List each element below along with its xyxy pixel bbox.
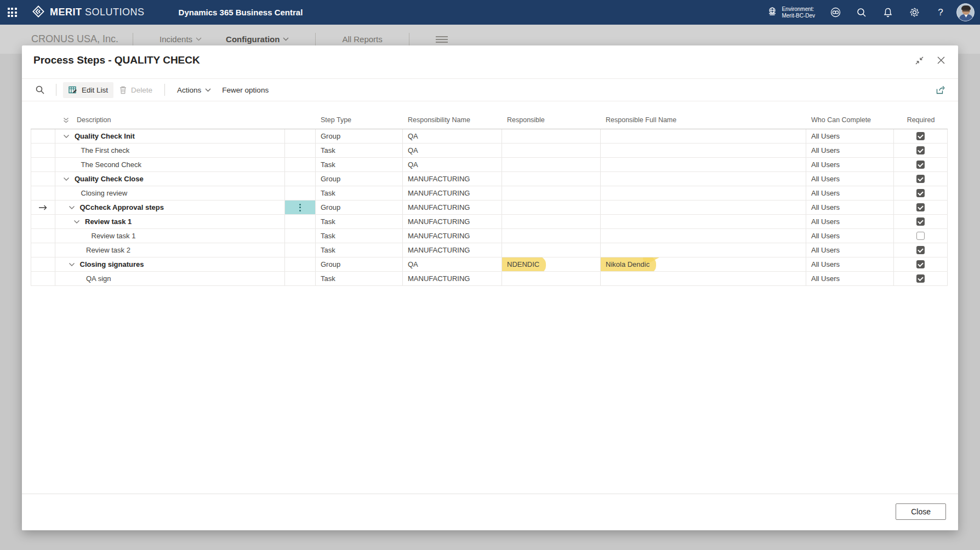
- row-selector-cell[interactable]: [31, 200, 55, 214]
- row-options-cell[interactable]: [285, 129, 316, 143]
- row-options-cell[interactable]: [285, 272, 316, 285]
- chevron-down-icon[interactable]: [73, 220, 80, 224]
- responsible-full-name-cell[interactable]: [601, 243, 806, 257]
- required-checkbox-checked[interactable]: [916, 246, 925, 254]
- nav-item-incidents[interactable]: Incidents: [159, 35, 202, 44]
- step-type-cell[interactable]: Group: [316, 172, 403, 186]
- row-selector-cell[interactable]: [31, 272, 55, 285]
- column-header-who-can-complete[interactable]: Who Can Complete: [806, 116, 894, 129]
- responsibility-name-cell[interactable]: QA: [403, 129, 502, 143]
- chevron-down-icon[interactable]: [69, 205, 75, 210]
- edit-list-button[interactable]: Edit List: [63, 82, 113, 98]
- responsible-cell[interactable]: [502, 272, 601, 285]
- row-options-cell[interactable]: [285, 186, 316, 200]
- more-menu-icon[interactable]: [436, 35, 448, 44]
- row-options-cell[interactable]: [285, 257, 316, 271]
- responsibility-name-cell[interactable]: QA: [403, 144, 502, 157]
- responsible-cell[interactable]: [502, 243, 601, 257]
- nav-item-all-reports[interactable]: All Reports: [342, 35, 382, 44]
- description-cell[interactable]: The First check: [55, 144, 285, 157]
- row-selector-cell[interactable]: [31, 215, 55, 228]
- app-launcher-waffle-icon[interactable]: [0, 0, 24, 25]
- responsible-cell[interactable]: [502, 215, 601, 228]
- column-header-responsible-full-name[interactable]: Responsible Full Name: [601, 116, 806, 129]
- table-row[interactable]: Closing signaturesGroupQANDENDICNikola D…: [31, 257, 948, 272]
- required-checkbox-checked[interactable]: [916, 146, 925, 154]
- row-options-cell[interactable]: [285, 229, 316, 243]
- help-icon[interactable]: ?: [930, 2, 951, 23]
- required-cell[interactable]: [894, 229, 948, 243]
- row-selector-cell[interactable]: [31, 158, 55, 171]
- who-can-complete-cell[interactable]: All Users: [806, 186, 894, 200]
- responsible-cell[interactable]: [502, 200, 601, 214]
- responsible-cell[interactable]: [502, 186, 601, 200]
- who-can-complete-cell[interactable]: All Users: [806, 229, 894, 243]
- company-name[interactable]: CRONUS USA, Inc.: [31, 33, 118, 45]
- settings-gear-icon[interactable]: [904, 2, 925, 23]
- row-selector-cell[interactable]: [31, 144, 55, 157]
- table-row[interactable]: Quality Check InitGroupQAAll Users: [31, 129, 948, 144]
- step-type-cell[interactable]: Task: [316, 272, 403, 285]
- actions-menu-button[interactable]: Actions: [172, 83, 216, 98]
- required-cell[interactable]: [894, 172, 948, 186]
- responsibility-name-cell[interactable]: MANUFACTURING: [403, 186, 502, 200]
- restore-window-icon[interactable]: [912, 53, 926, 67]
- delete-button[interactable]: Delete: [113, 82, 158, 98]
- table-row[interactable]: Review task 2TaskMANUFACTURINGAll Users: [31, 243, 948, 257]
- responsibility-name-cell[interactable]: MANUFACTURING: [403, 272, 502, 285]
- who-can-complete-cell[interactable]: All Users: [806, 129, 894, 143]
- required-checkbox-checked[interactable]: [916, 189, 925, 197]
- search-list-icon[interactable]: [31, 82, 49, 98]
- required-checkbox-checked[interactable]: [916, 260, 925, 268]
- row-more-options-icon[interactable]: [299, 204, 301, 211]
- step-type-cell[interactable]: Group: [316, 257, 403, 271]
- description-cell[interactable]: Review task 1: [55, 229, 285, 243]
- required-checkbox-unchecked[interactable]: [916, 232, 925, 240]
- row-options-cell[interactable]: [285, 215, 316, 228]
- required-cell[interactable]: [894, 144, 948, 157]
- notifications-bell-icon[interactable]: [878, 2, 898, 23]
- app-title[interactable]: Dynamics 365 Business Central: [179, 8, 303, 17]
- required-checkbox-checked[interactable]: [916, 132, 925, 140]
- responsible-full-name-cell[interactable]: [601, 158, 806, 171]
- who-can-complete-cell[interactable]: All Users: [806, 158, 894, 171]
- column-header-responsible[interactable]: Responsible: [502, 116, 601, 129]
- row-options-cell[interactable]: [285, 243, 316, 257]
- environment-badge[interactable]: Environment: Merit-BC-Dev: [767, 6, 815, 19]
- table-row[interactable]: The Second CheckTaskQAAll Users: [31, 158, 948, 172]
- table-row[interactable]: Closing reviewTaskMANUFACTURINGAll Users: [31, 186, 948, 200]
- row-selector-cell[interactable]: [31, 186, 55, 200]
- table-row[interactable]: QCcheck Approval stepsGroupMANUFACTURING…: [31, 200, 948, 215]
- responsible-full-name-cell[interactable]: Nikola Dendic: [601, 257, 806, 271]
- required-cell[interactable]: [894, 243, 948, 257]
- row-selector-cell[interactable]: [31, 172, 55, 186]
- required-checkbox-checked[interactable]: [916, 203, 925, 211]
- responsible-cell[interactable]: [502, 172, 601, 186]
- column-header-step-type[interactable]: Step Type: [316, 116, 403, 129]
- description-cell[interactable]: Quality Check Close: [55, 172, 285, 186]
- step-type-cell[interactable]: Group: [316, 129, 403, 143]
- step-type-cell[interactable]: Task: [316, 215, 403, 228]
- responsible-full-name-cell[interactable]: [601, 229, 806, 243]
- who-can-complete-cell[interactable]: All Users: [806, 144, 894, 157]
- responsibility-name-cell[interactable]: QA: [403, 257, 502, 271]
- responsibility-name-cell[interactable]: QA: [403, 158, 502, 171]
- step-type-cell[interactable]: Task: [316, 186, 403, 200]
- user-avatar[interactable]: [956, 3, 975, 21]
- responsible-cell[interactable]: [502, 229, 601, 243]
- who-can-complete-cell[interactable]: All Users: [806, 243, 894, 257]
- step-type-cell[interactable]: Task: [316, 144, 403, 157]
- close-button[interactable]: Close: [896, 503, 946, 520]
- description-cell[interactable]: Review task 2: [55, 243, 285, 257]
- who-can-complete-cell[interactable]: All Users: [806, 272, 894, 285]
- description-cell[interactable]: QCcheck Approval steps: [55, 200, 285, 214]
- row-selector-cell[interactable]: [31, 129, 55, 143]
- responsibility-name-cell[interactable]: MANUFACTURING: [403, 243, 502, 257]
- responsible-full-name-cell[interactable]: [601, 272, 806, 285]
- required-cell[interactable]: [894, 158, 948, 171]
- description-cell[interactable]: QA sign: [55, 272, 285, 285]
- column-header-responsibility-name[interactable]: Responsibility Name: [403, 116, 502, 129]
- share-icon[interactable]: [932, 82, 949, 98]
- table-row[interactable]: Review task 1TaskMANUFACTURINGAll Users: [31, 229, 948, 243]
- description-cell[interactable]: Quality Check Init: [55, 129, 285, 143]
